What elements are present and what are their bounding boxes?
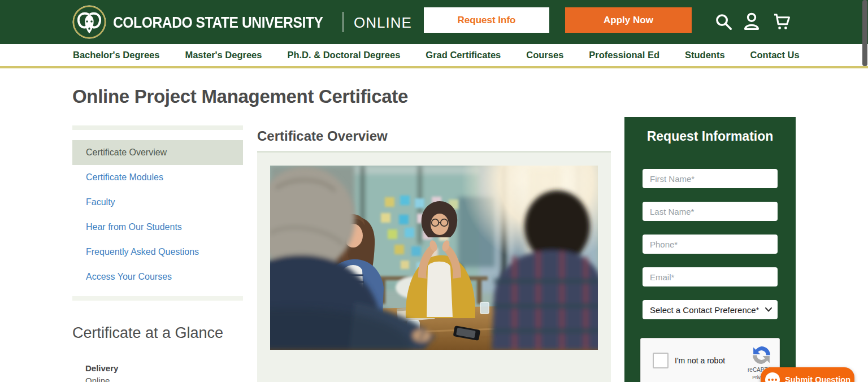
nav-contact-us[interactable]: Contact Us [750, 50, 800, 60]
sidebar-item-certificate-overview[interactable]: Certificate Overview [72, 140, 243, 165]
first-name-field[interactable] [643, 169, 778, 188]
nav-grad-certificates[interactable]: Grad Certificates [426, 50, 501, 60]
brand-wordmark: COLORADO STATE UNIVERSITY [113, 14, 323, 32]
chat-bubble-icon [765, 372, 780, 382]
sidebar-item-faculty[interactable]: Faculty [72, 190, 243, 215]
meeting-photo [270, 166, 598, 350]
brand-divider [342, 12, 344, 32]
account-icon[interactable] [741, 11, 762, 32]
recaptcha-label: I'm not a robot [675, 356, 725, 365]
apply-now-button[interactable]: Apply Now [565, 7, 692, 33]
primary-nav: Bachelor's Degrees Master's Degrees Ph.D… [0, 44, 868, 68]
site-header: COLORADO STATE UNIVERSITY ONLINE Request… [0, 0, 868, 44]
request-info-button[interactable]: Request Info [424, 7, 549, 33]
phone-field[interactable] [643, 235, 778, 254]
contact-preference-select[interactable]: Select a Contact Preference* [643, 300, 778, 319]
sidebar-item-frequently-asked-questions[interactable]: Frequently Asked Questions [72, 240, 243, 264]
chevron-down-icon [765, 307, 772, 312]
nav-phd-doctoral-degrees[interactable]: Ph.D. & Doctoral Degrees [287, 50, 400, 60]
sidebar-top-cap [72, 125, 243, 130]
certificate-overview-heading: Certificate Overview [257, 128, 388, 144]
scrollbar-thumb[interactable] [862, 0, 867, 66]
nav-professional-ed[interactable]: Professional Ed [589, 50, 659, 60]
sidebar-item-access-your-courses[interactable]: Access Your Courses [72, 264, 243, 289]
section-sidebar: Certificate Overview Certificate Modules… [72, 125, 243, 301]
request-information-panel: Request Information Select a Contact Pre… [624, 117, 796, 382]
last-name-field[interactable] [643, 202, 778, 221]
search-icon[interactable] [713, 11, 734, 32]
brand-online-label: ONLINE [354, 14, 412, 32]
cart-icon[interactable] [771, 11, 791, 32]
sidebar-bottom-cap [72, 296, 243, 301]
recaptcha-widget: I'm not a robot reCAPTCHA Privacy [640, 338, 780, 382]
csu-ram-logo-icon[interactable] [72, 5, 106, 39]
submit-question-button[interactable]: Submit Question [761, 367, 854, 382]
recaptcha-checkbox[interactable] [653, 353, 669, 368]
nav-bachelors-degrees[interactable]: Bachelor's Degrees [73, 50, 159, 60]
sidebar-item-certificate-modules[interactable]: Certificate Modules [72, 165, 243, 190]
certificate-at-a-glance-heading: Certificate at a Glance [72, 324, 223, 342]
overview-content-box [257, 151, 611, 382]
glance-delivery-value: Online [85, 376, 110, 382]
page-title: Online Project Management Certificate [72, 86, 408, 107]
recaptcha-logo-icon [751, 345, 772, 366]
submit-question-label: Submit Question [785, 375, 850, 382]
nav-courses[interactable]: Courses [526, 50, 563, 60]
nav-masters-degrees[interactable]: Master's Degrees [185, 50, 262, 60]
contact-preference-value: Select a Contact Preference* [650, 305, 765, 315]
email-field[interactable] [643, 267, 778, 286]
sidebar-item-hear-from-our-students[interactable]: Hear from Our Students [72, 215, 243, 240]
request-information-heading: Request Information [624, 129, 796, 144]
glance-delivery-label: Delivery [85, 363, 118, 373]
nav-students[interactable]: Students [685, 50, 725, 60]
